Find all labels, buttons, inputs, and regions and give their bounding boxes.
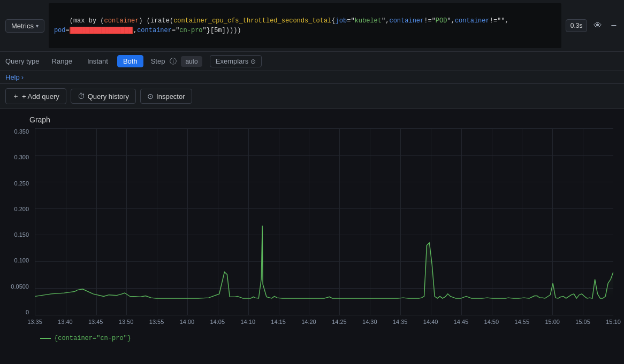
x-label-8: 14:15 [271, 316, 286, 325]
query-text-7: =" [347, 17, 354, 25]
x-label-5: 14:00 [180, 316, 195, 325]
query-text-20: container [137, 27, 172, 34]
query-text-13: ", [447, 17, 454, 25]
query-editor[interactable]: (max by (container) (irate(container_cpu… [49, 3, 561, 48]
query-text-9: ", [382, 17, 389, 25]
action-bar: ＋ + Add query ⏱ Query history ⊙ Inspecto… [0, 84, 624, 109]
help-arrow: › [21, 73, 24, 81]
inspector-icon: ⊙ [147, 92, 154, 100]
query-text-23: "}[5m])))) [203, 27, 241, 34]
query-text-8: kubelet [355, 17, 382, 25]
legend-line-icon [40, 338, 51, 339]
x-label-3: 13:50 [119, 316, 134, 325]
legend-area: {container="cn-pro"} [5, 331, 619, 346]
exemplars-toggle-icon: ⊙ [250, 58, 256, 65]
exemplars-label: Exemplars [216, 57, 248, 65]
range-tab[interactable]: Range [46, 55, 78, 67]
x-label-11: 14:30 [362, 316, 377, 325]
x-label-7: 14:10 [240, 316, 255, 325]
legend-label[interactable]: {container="cn-pro"} [54, 335, 131, 342]
x-label-19: 15:10 [606, 316, 621, 325]
add-query-icon: ＋ [12, 91, 19, 101]
help-bar: Help › [0, 71, 624, 84]
svg-marker-0 [35, 226, 613, 299]
exemplars-button[interactable]: Exemplars ⊙ [210, 55, 262, 67]
x-label-18: 15:05 [575, 316, 590, 325]
time-badge: 0.3s [566, 19, 588, 32]
y-label-6: 0.300 [14, 154, 32, 160]
y-label-3: 0.150 [14, 231, 32, 238]
query-type-label: Query type [5, 57, 40, 65]
metrics-label: Metrics [11, 22, 34, 30]
x-label-14: 14:45 [454, 316, 469, 325]
metrics-chevron: ▾ [36, 23, 39, 29]
query-bar: Metrics ▾ (max by (container) (irate(con… [0, 0, 624, 52]
query-text-21: =" [172, 27, 179, 34]
both-tab[interactable]: Both [117, 55, 143, 67]
x-label-13: 14:40 [423, 316, 438, 325]
x-label-17: 15:00 [545, 316, 560, 325]
y-label-1: 0.0500 [11, 283, 32, 290]
help-label: Help [5, 73, 20, 81]
x-label-0: 13:35 [27, 316, 42, 325]
x-label-12: 14:35 [393, 316, 408, 325]
remove-query-button[interactable]: − [608, 18, 619, 34]
query-text-3: ) (irate( [139, 17, 173, 25]
x-label-10: 14:25 [332, 316, 347, 325]
metrics-button[interactable]: Metrics ▾ [5, 19, 44, 33]
step-info-icon[interactable]: ⓘ [170, 57, 177, 66]
query-text-6: job [336, 17, 347, 25]
help-link[interactable]: Help › [5, 73, 24, 81]
y-label-2: 0.100 [14, 257, 32, 264]
query-text-22: cn-pro [179, 27, 202, 34]
instant-tab[interactable]: Instant [81, 55, 114, 67]
x-label-4: 13:55 [149, 316, 164, 325]
x-label-16: 14:55 [515, 316, 530, 325]
graph-title: Graph [5, 115, 619, 124]
history-icon: ⏱ [78, 92, 85, 100]
step-label: Step [151, 57, 165, 65]
query-text-4: container_cpu_cfs_throttled_seconds_tota… [173, 17, 331, 25]
inspector-label: Inspector [156, 92, 185, 100]
add-query-button[interactable]: ＋ + Add query [5, 88, 66, 104]
chart-line [35, 128, 613, 299]
x-label-1: 13:40 [58, 316, 73, 325]
query-text-5: { [331, 17, 335, 25]
x-label-6: 14:05 [210, 316, 225, 325]
query-text-16: pod [54, 27, 66, 34]
query-history-button[interactable]: ⏱ Query history [71, 89, 136, 104]
inspector-button[interactable]: ⊙ Inspector [140, 89, 192, 104]
y-axis: 0.350 0.300 0.250 0.200 0.150 0.100 0.05… [5, 128, 32, 315]
query-text-12: POD [436, 17, 447, 25]
query-text-18: ████████████████ [70, 27, 133, 34]
query-text-10: container [389, 17, 424, 25]
x-axis: 13:35 13:40 13:45 13:50 13:55 14:00 14:0… [35, 316, 613, 331]
eye-button[interactable]: 👁 [591, 19, 604, 33]
x-label-9: 14:20 [301, 316, 316, 325]
query-text-2: container [104, 17, 139, 25]
step-auto-badge: auto [181, 56, 202, 67]
y-label-7: 0.350 [14, 128, 32, 135]
chart-grid [35, 128, 613, 315]
x-label-15: 14:50 [484, 316, 499, 325]
y-label-0: 0 [26, 309, 32, 315]
y-label-4: 0.200 [14, 206, 32, 212]
query-text-14: container [455, 17, 490, 25]
y-label-5: 0.250 [14, 180, 32, 187]
query-text-11: !=" [424, 17, 436, 25]
query-type-bar: Query type Range Instant Both Step ⓘ aut… [0, 52, 624, 71]
x-label-2: 13:45 [88, 316, 103, 325]
query-history-label: Query history [88, 92, 129, 100]
query-text-17: = [66, 27, 70, 34]
add-query-label: + Add query [22, 92, 59, 100]
query-text-15: !="", [490, 17, 509, 25]
chart-area: 0.350 0.300 0.250 0.200 0.150 0.100 0.05… [35, 128, 613, 331]
query-text-1: (max by ( [70, 17, 104, 25]
graph-container: Graph 0.350 0.300 0.250 0.200 0.150 0.10… [0, 109, 624, 346]
